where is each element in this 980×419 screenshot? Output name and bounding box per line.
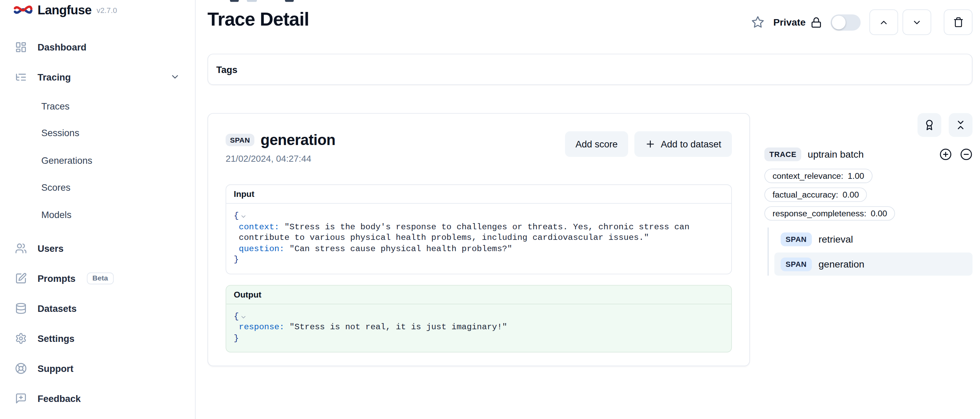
close-brace: } bbox=[234, 333, 724, 344]
collapse-json-icon[interactable] bbox=[240, 314, 247, 320]
sidebar-item-support[interactable]: Support bbox=[10, 358, 185, 378]
page-header: Trace Detail Private bbox=[207, 0, 972, 35]
scores-award-button[interactable] bbox=[918, 113, 942, 137]
observation-name: generation bbox=[261, 131, 336, 149]
open-brace: { bbox=[234, 210, 239, 221]
previous-button[interactable] bbox=[869, 9, 898, 35]
input-json[interactable]: { context: "Stress is the body's respons… bbox=[226, 204, 731, 273]
sidebar-item-prompts[interactable]: Prompts Beta bbox=[10, 269, 185, 288]
sidebar-item-label: Support bbox=[38, 363, 73, 373]
sidebar-item-users[interactable]: Users bbox=[10, 239, 185, 258]
tree-item-label: generation bbox=[819, 258, 864, 269]
langfuse-logo-icon bbox=[14, 4, 32, 16]
sidebar-item-tracing[interactable]: Tracing bbox=[10, 68, 185, 86]
json-value: "Stress is the body's response to challe… bbox=[239, 222, 690, 242]
observation-title-block: SPAN generation 21/02/2024, 04:27:44 bbox=[226, 131, 336, 164]
score-value: 1.00 bbox=[848, 171, 864, 180]
list-tree-icon bbox=[15, 71, 27, 83]
json-key: context: bbox=[239, 222, 280, 231]
tree-item-label: retrieval bbox=[819, 233, 853, 245]
output-json[interactable]: { response: "Stress is not real, it is j… bbox=[226, 304, 731, 352]
collapse-tree-button[interactable] bbox=[948, 113, 972, 137]
tree-item-generation[interactable]: SPAN generation bbox=[774, 252, 972, 276]
beta-badge: Beta bbox=[87, 272, 114, 284]
score-name: response_completeness: bbox=[773, 209, 866, 218]
sidebar-item-label: Sessions bbox=[41, 127, 80, 138]
public-toggle[interactable] bbox=[830, 14, 861, 30]
json-key: response: bbox=[239, 322, 285, 331]
brand-link[interactable]: Langfuse v2.7.0 bbox=[10, 0, 185, 19]
message-plus-icon bbox=[15, 392, 27, 404]
panel-actions bbox=[764, 113, 972, 137]
nav-buttons bbox=[869, 9, 931, 35]
tracing-subnav: Traces Sessions Generations Scores Model… bbox=[10, 97, 185, 223]
sidebar-item-label: Datasets bbox=[38, 303, 77, 313]
content-row: SPAN generation 21/02/2024, 04:27:44 Add… bbox=[207, 113, 972, 366]
sidebar-item-label: Traces bbox=[41, 100, 70, 111]
sidebar-item-label: Settings bbox=[38, 333, 75, 343]
bookmark-star-button[interactable] bbox=[751, 16, 764, 29]
trace-root-row[interactable]: TRACE uptrain batch bbox=[764, 147, 972, 161]
page-title: Trace Detail bbox=[207, 9, 309, 30]
sidebar-item-settings[interactable]: Settings bbox=[10, 328, 185, 347]
score-value: 0.00 bbox=[843, 190, 859, 199]
trace-scores: context_relevance: 1.00 factual_accuracy… bbox=[764, 169, 972, 221]
app-window: Langfuse v2.7.0 Dashboard Tracing Traces… bbox=[0, 0, 980, 419]
collapse-all-button[interactable] bbox=[960, 148, 972, 161]
sidebar-item-label: Tracing bbox=[38, 72, 71, 82]
add-score-button[interactable]: Add score bbox=[565, 131, 628, 157]
observation-tree: SPAN retrieval SPAN generation bbox=[767, 228, 972, 276]
tags-label: Tags bbox=[216, 64, 237, 75]
trash-icon bbox=[953, 17, 963, 27]
award-icon bbox=[924, 119, 935, 131]
json-value: "Stress is not real, it is just imaginar… bbox=[290, 322, 507, 331]
trace-tree-panel: TRACE uptrain batch context_relevance: bbox=[764, 113, 972, 366]
sidebar-item-label: Users bbox=[38, 243, 64, 253]
add-to-dataset-button[interactable]: Add to dataset bbox=[635, 131, 732, 157]
expand-all-button[interactable] bbox=[939, 148, 952, 161]
json-key: question: bbox=[239, 244, 285, 253]
tree-zoom-controls bbox=[939, 148, 972, 161]
chevron-down-icon bbox=[912, 17, 922, 27]
clipped-breadcrumb bbox=[230, 0, 239, 2]
visibility-label: Private bbox=[773, 17, 806, 28]
observation-actions: Add score Add to dataset bbox=[565, 131, 732, 157]
brand-version: v2.7.0 bbox=[97, 6, 117, 15]
collapse-json-icon[interactable] bbox=[240, 213, 247, 220]
database-icon bbox=[15, 302, 27, 314]
score-badge: response_completeness: 0.00 bbox=[764, 206, 895, 220]
next-button[interactable] bbox=[902, 9, 931, 35]
observation-type-badge: SPAN bbox=[226, 134, 254, 147]
span-type-badge: SPAN bbox=[781, 257, 812, 271]
sidebar-item-feedback[interactable]: Feedback bbox=[10, 389, 185, 408]
sidebar-item-dashboard[interactable]: Dashboard bbox=[10, 38, 185, 56]
score-badge: factual_accuracy: 0.00 bbox=[764, 187, 867, 202]
main-content: Trace Detail Private bbox=[196, 0, 980, 419]
sidebar-item-generations[interactable]: Generations bbox=[10, 152, 185, 168]
life-buoy-icon bbox=[15, 362, 27, 374]
sidebar-item-traces[interactable]: Traces bbox=[10, 97, 185, 114]
header-actions: Private bbox=[751, 9, 972, 35]
input-panel: Input { context: "Stress is the body's r… bbox=[226, 184, 732, 274]
sidebar-item-sessions[interactable]: Sessions bbox=[10, 124, 185, 141]
delete-trace-button[interactable] bbox=[944, 9, 972, 35]
score-name: factual_accuracy: bbox=[773, 190, 838, 199]
tree-item-retrieval[interactable]: SPAN retrieval bbox=[774, 228, 972, 251]
sidebar-item-label: Dashboard bbox=[38, 41, 87, 52]
users-icon bbox=[15, 242, 27, 254]
chevrons-down-up-icon bbox=[955, 119, 966, 131]
json-value: "Can stress cause physical health proble… bbox=[290, 244, 512, 253]
visibility-status: Private bbox=[773, 17, 822, 28]
chevron-down-icon[interactable] bbox=[170, 72, 180, 82]
open-brace: { bbox=[234, 311, 239, 322]
tags-section[interactable]: Tags bbox=[207, 54, 972, 85]
sidebar-item-label: Models bbox=[41, 209, 72, 220]
json-entry: context: "Stress is the body's response … bbox=[234, 221, 724, 243]
plus-icon bbox=[645, 139, 656, 150]
trace-name: uptrain batch bbox=[808, 149, 939, 160]
chevron-up-icon bbox=[879, 17, 889, 27]
sidebar-item-datasets[interactable]: Datasets bbox=[10, 299, 185, 318]
sidebar-item-scores[interactable]: Scores bbox=[10, 179, 185, 196]
clipped-breadcrumb bbox=[285, 0, 294, 2]
sidebar-item-models[interactable]: Models bbox=[10, 206, 185, 223]
